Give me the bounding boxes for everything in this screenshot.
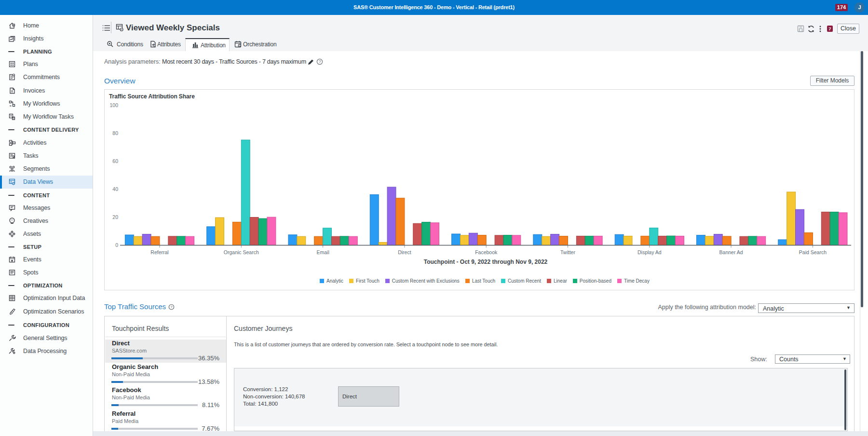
svg-text:?: ?	[319, 59, 321, 64]
svg-text:Organic Search: Organic Search	[224, 249, 259, 255]
svg-text:Display Ad: Display Ad	[637, 249, 662, 255]
svg-text:Email: Email	[316, 249, 329, 255]
svg-text:Referral: Referral	[150, 249, 168, 255]
svg-text:80: 80	[112, 130, 118, 136]
svg-text:Banner Ad: Banner Ad	[719, 249, 743, 255]
svg-text:3: 3	[13, 117, 14, 120]
svg-text:Direct: Direct	[398, 249, 411, 255]
svg-text:40: 40	[112, 186, 118, 192]
svg-text:?: ?	[170, 305, 173, 309]
svg-text:100: 100	[109, 102, 118, 108]
svg-text:Paid Search: Paid Search	[799, 249, 827, 255]
svg-text:60: 60	[112, 158, 118, 164]
svg-text:o: o	[10, 104, 12, 107]
svg-text:Facebook: Facebook	[475, 249, 498, 255]
svg-text:20: 20	[112, 214, 118, 220]
svg-text:Twitter: Twitter	[560, 249, 575, 255]
svg-text:0: 0	[115, 242, 118, 248]
